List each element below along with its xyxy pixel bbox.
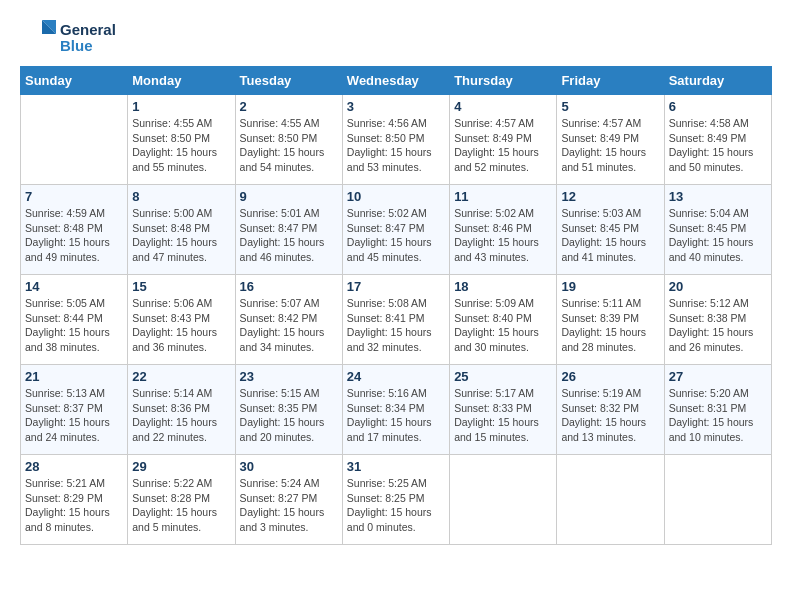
weekday-header-wednesday: Wednesday xyxy=(342,67,449,95)
day-info: Sunrise: 5:20 AM Sunset: 8:31 PM Dayligh… xyxy=(669,386,767,445)
calendar-cell: 26Sunrise: 5:19 AM Sunset: 8:32 PM Dayli… xyxy=(557,365,664,455)
calendar-cell: 22Sunrise: 5:14 AM Sunset: 8:36 PM Dayli… xyxy=(128,365,235,455)
day-info: Sunrise: 5:03 AM Sunset: 8:45 PM Dayligh… xyxy=(561,206,659,265)
calendar-cell: 7Sunrise: 4:59 AM Sunset: 8:48 PM Daylig… xyxy=(21,185,128,275)
day-number: 6 xyxy=(669,99,767,114)
calendar-week-row: 7Sunrise: 4:59 AM Sunset: 8:48 PM Daylig… xyxy=(21,185,772,275)
day-info: Sunrise: 5:05 AM Sunset: 8:44 PM Dayligh… xyxy=(25,296,123,355)
day-number: 3 xyxy=(347,99,445,114)
day-info: Sunrise: 5:01 AM Sunset: 8:47 PM Dayligh… xyxy=(240,206,338,265)
day-number: 29 xyxy=(132,459,230,474)
calendar-cell: 21Sunrise: 5:13 AM Sunset: 8:37 PM Dayli… xyxy=(21,365,128,455)
calendar-cell: 6Sunrise: 4:58 AM Sunset: 8:49 PM Daylig… xyxy=(664,95,771,185)
calendar-cell: 28Sunrise: 5:21 AM Sunset: 8:29 PM Dayli… xyxy=(21,455,128,545)
day-info: Sunrise: 4:57 AM Sunset: 8:49 PM Dayligh… xyxy=(454,116,552,175)
day-number: 18 xyxy=(454,279,552,294)
day-info: Sunrise: 4:55 AM Sunset: 8:50 PM Dayligh… xyxy=(132,116,230,175)
day-info: Sunrise: 5:16 AM Sunset: 8:34 PM Dayligh… xyxy=(347,386,445,445)
day-number: 20 xyxy=(669,279,767,294)
day-number: 31 xyxy=(347,459,445,474)
day-number: 11 xyxy=(454,189,552,204)
calendar-cell xyxy=(21,95,128,185)
day-number: 22 xyxy=(132,369,230,384)
svg-rect-0 xyxy=(20,20,42,56)
calendar-cell: 14Sunrise: 5:05 AM Sunset: 8:44 PM Dayli… xyxy=(21,275,128,365)
day-number: 15 xyxy=(132,279,230,294)
day-number: 17 xyxy=(347,279,445,294)
calendar-week-row: 14Sunrise: 5:05 AM Sunset: 8:44 PM Dayli… xyxy=(21,275,772,365)
weekday-header-sunday: Sunday xyxy=(21,67,128,95)
day-info: Sunrise: 5:15 AM Sunset: 8:35 PM Dayligh… xyxy=(240,386,338,445)
day-info: Sunrise: 4:55 AM Sunset: 8:50 PM Dayligh… xyxy=(240,116,338,175)
day-number: 10 xyxy=(347,189,445,204)
day-info: Sunrise: 5:00 AM Sunset: 8:48 PM Dayligh… xyxy=(132,206,230,265)
day-number: 16 xyxy=(240,279,338,294)
calendar-cell: 2Sunrise: 4:55 AM Sunset: 8:50 PM Daylig… xyxy=(235,95,342,185)
day-info: Sunrise: 5:02 AM Sunset: 8:47 PM Dayligh… xyxy=(347,206,445,265)
day-info: Sunrise: 5:12 AM Sunset: 8:38 PM Dayligh… xyxy=(669,296,767,355)
calendar-cell: 4Sunrise: 4:57 AM Sunset: 8:49 PM Daylig… xyxy=(450,95,557,185)
day-info: Sunrise: 5:24 AM Sunset: 8:27 PM Dayligh… xyxy=(240,476,338,535)
day-info: Sunrise: 5:25 AM Sunset: 8:25 PM Dayligh… xyxy=(347,476,445,535)
logo: General Blue xyxy=(20,20,116,56)
day-info: Sunrise: 4:59 AM Sunset: 8:48 PM Dayligh… xyxy=(25,206,123,265)
calendar-cell: 10Sunrise: 5:02 AM Sunset: 8:47 PM Dayli… xyxy=(342,185,449,275)
page-header: General Blue xyxy=(20,20,772,56)
calendar-cell: 17Sunrise: 5:08 AM Sunset: 8:41 PM Dayli… xyxy=(342,275,449,365)
calendar-cell: 30Sunrise: 5:24 AM Sunset: 8:27 PM Dayli… xyxy=(235,455,342,545)
day-info: Sunrise: 5:13 AM Sunset: 8:37 PM Dayligh… xyxy=(25,386,123,445)
calendar-cell: 5Sunrise: 4:57 AM Sunset: 8:49 PM Daylig… xyxy=(557,95,664,185)
day-info: Sunrise: 4:56 AM Sunset: 8:50 PM Dayligh… xyxy=(347,116,445,175)
day-info: Sunrise: 5:17 AM Sunset: 8:33 PM Dayligh… xyxy=(454,386,552,445)
calendar-cell: 27Sunrise: 5:20 AM Sunset: 8:31 PM Dayli… xyxy=(664,365,771,455)
calendar-cell xyxy=(557,455,664,545)
weekday-header-friday: Friday xyxy=(557,67,664,95)
calendar-cell: 12Sunrise: 5:03 AM Sunset: 8:45 PM Dayli… xyxy=(557,185,664,275)
day-info: Sunrise: 5:11 AM Sunset: 8:39 PM Dayligh… xyxy=(561,296,659,355)
day-number: 13 xyxy=(669,189,767,204)
calendar-week-row: 21Sunrise: 5:13 AM Sunset: 8:37 PM Dayli… xyxy=(21,365,772,455)
day-number: 7 xyxy=(25,189,123,204)
calendar-cell: 23Sunrise: 5:15 AM Sunset: 8:35 PM Dayli… xyxy=(235,365,342,455)
day-number: 25 xyxy=(454,369,552,384)
weekday-header-row: SundayMondayTuesdayWednesdayThursdayFrid… xyxy=(21,67,772,95)
day-info: Sunrise: 5:02 AM Sunset: 8:46 PM Dayligh… xyxy=(454,206,552,265)
calendar-cell: 9Sunrise: 5:01 AM Sunset: 8:47 PM Daylig… xyxy=(235,185,342,275)
day-number: 2 xyxy=(240,99,338,114)
day-number: 27 xyxy=(669,369,767,384)
day-info: Sunrise: 5:19 AM Sunset: 8:32 PM Dayligh… xyxy=(561,386,659,445)
calendar-cell: 15Sunrise: 5:06 AM Sunset: 8:43 PM Dayli… xyxy=(128,275,235,365)
day-info: Sunrise: 5:07 AM Sunset: 8:42 PM Dayligh… xyxy=(240,296,338,355)
calendar-week-row: 28Sunrise: 5:21 AM Sunset: 8:29 PM Dayli… xyxy=(21,455,772,545)
calendar-cell xyxy=(664,455,771,545)
day-number: 1 xyxy=(132,99,230,114)
calendar-cell: 16Sunrise: 5:07 AM Sunset: 8:42 PM Dayli… xyxy=(235,275,342,365)
day-number: 8 xyxy=(132,189,230,204)
calendar-cell: 11Sunrise: 5:02 AM Sunset: 8:46 PM Dayli… xyxy=(450,185,557,275)
day-info: Sunrise: 5:09 AM Sunset: 8:40 PM Dayligh… xyxy=(454,296,552,355)
weekday-header-tuesday: Tuesday xyxy=(235,67,342,95)
day-number: 12 xyxy=(561,189,659,204)
day-number: 19 xyxy=(561,279,659,294)
day-number: 21 xyxy=(25,369,123,384)
logo-text-blue: Blue xyxy=(60,38,116,55)
calendar-table: SundayMondayTuesdayWednesdayThursdayFrid… xyxy=(20,66,772,545)
calendar-cell: 31Sunrise: 5:25 AM Sunset: 8:25 PM Dayli… xyxy=(342,455,449,545)
day-info: Sunrise: 5:21 AM Sunset: 8:29 PM Dayligh… xyxy=(25,476,123,535)
weekday-header-saturday: Saturday xyxy=(664,67,771,95)
calendar-cell: 25Sunrise: 5:17 AM Sunset: 8:33 PM Dayli… xyxy=(450,365,557,455)
day-number: 26 xyxy=(561,369,659,384)
calendar-cell: 13Sunrise: 5:04 AM Sunset: 8:45 PM Dayli… xyxy=(664,185,771,275)
calendar-cell xyxy=(450,455,557,545)
day-info: Sunrise: 4:57 AM Sunset: 8:49 PM Dayligh… xyxy=(561,116,659,175)
day-number: 23 xyxy=(240,369,338,384)
calendar-cell: 19Sunrise: 5:11 AM Sunset: 8:39 PM Dayli… xyxy=(557,275,664,365)
day-number: 4 xyxy=(454,99,552,114)
calendar-cell: 3Sunrise: 4:56 AM Sunset: 8:50 PM Daylig… xyxy=(342,95,449,185)
calendar-cell: 8Sunrise: 5:00 AM Sunset: 8:48 PM Daylig… xyxy=(128,185,235,275)
calendar-week-row: 1Sunrise: 4:55 AM Sunset: 8:50 PM Daylig… xyxy=(21,95,772,185)
calendar-cell: 24Sunrise: 5:16 AM Sunset: 8:34 PM Dayli… xyxy=(342,365,449,455)
day-info: Sunrise: 5:14 AM Sunset: 8:36 PM Dayligh… xyxy=(132,386,230,445)
day-number: 9 xyxy=(240,189,338,204)
calendar-cell: 1Sunrise: 4:55 AM Sunset: 8:50 PM Daylig… xyxy=(128,95,235,185)
